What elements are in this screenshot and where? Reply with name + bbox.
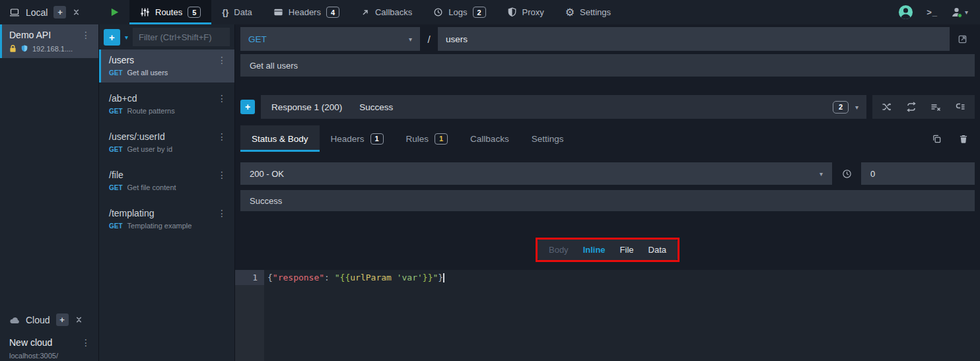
route-menu-icon[interactable]: ⋮ <box>215 170 229 180</box>
route-path-input[interactable] <box>438 27 950 51</box>
gear-icon: ⚙ <box>565 7 575 18</box>
annotation-highlight-box: Body Inline File Data <box>536 238 680 262</box>
collapse-local-section-icon[interactable] <box>72 8 81 16</box>
route-path: /templating <box>109 208 154 218</box>
route-path: /users/:userId <box>109 131 165 142</box>
chevron-down-icon: ▾ <box>409 36 412 43</box>
add-local-environment-button[interactable]: + <box>53 6 66 18</box>
route-menu-icon[interactable]: ⋮ <box>215 55 229 65</box>
proxy-shield-icon <box>20 44 28 53</box>
route-description-input[interactable] <box>240 54 975 77</box>
start-server-button[interactable] <box>99 0 129 24</box>
chevron-down-icon: ▾ <box>965 9 968 16</box>
logs-count-badge: 2 <box>473 7 486 18</box>
chevron-down-icon: ▾ <box>855 104 858 111</box>
tab-callbacks[interactable]: Callbacks <box>350 0 423 24</box>
route-item-users[interactable]: /users ⋮ GET Get all users <box>99 49 234 82</box>
body-type-option-data[interactable]: Data <box>642 242 673 258</box>
add-response-button[interactable]: + <box>240 100 255 114</box>
environment-menu-icon[interactable]: ⋮ <box>79 30 93 40</box>
sequential-response-icon[interactable] <box>906 102 917 112</box>
tab-label: Headers <box>331 134 365 144</box>
route-menu-icon[interactable]: ⋮ <box>215 131 229 142</box>
tab-headers[interactable]: Headers 4 <box>263 0 350 24</box>
local-label: Local <box>26 7 48 18</box>
response-title: Response 1 (200) <box>271 102 342 112</box>
route-method: GET <box>109 146 123 153</box>
tab-label: Logs <box>448 7 467 17</box>
route-path: /ab+cd <box>109 93 137 104</box>
route-method: GET <box>109 69 123 77</box>
delete-response-icon[interactable] <box>959 134 968 144</box>
add-cloud-environment-button[interactable]: + <box>56 313 69 326</box>
code-token: {{ <box>340 273 351 282</box>
cloud-environment-item[interactable]: New cloud ⋮ localhost:3005/ <box>0 332 98 361</box>
add-route-dropdown-caret-icon[interactable]: ▾ <box>123 34 129 41</box>
method-select[interactable]: GET ▾ <box>240 27 420 51</box>
cloud-environment-menu-icon[interactable]: ⋮ <box>79 337 93 348</box>
code-token: " <box>335 273 340 282</box>
sliders-icon <box>140 7 150 17</box>
random-response-icon[interactable] <box>882 102 892 112</box>
code-token: "response" <box>273 273 324 282</box>
collapse-cloud-section-icon[interactable] <box>75 315 83 324</box>
route-item-file[interactable]: /file ⋮ GET Get file content <box>99 164 234 197</box>
tab-proxy[interactable]: Proxy <box>497 0 555 24</box>
environment-item-demo-api[interactable]: Demo API ⋮ 192.168.1.... <box>0 24 98 58</box>
route-item-users-userid[interactable]: /users/:userId ⋮ GET Get user by id <box>99 126 234 159</box>
disable-rules-icon[interactable] <box>930 102 941 112</box>
sidebar-spacer <box>0 58 98 308</box>
route-menu-icon[interactable]: ⋮ <box>215 93 229 104</box>
route-item-abcd[interactable]: /ab+cd ⋮ GET Route patterns <box>99 88 234 121</box>
environment-host: 192.168.1.... <box>32 45 73 53</box>
tab-response-headers[interactable]: Headers 1 <box>320 125 395 152</box>
user-avatar[interactable] <box>898 5 913 20</box>
braces-icon: {} <box>222 7 228 17</box>
headers-count-badge: 4 <box>326 7 339 18</box>
code-token: urlParam <box>350 273 396 282</box>
tab-data[interactable]: {} Data <box>211 0 263 24</box>
editor-code-area[interactable]: {"response": "{{urlParam 'var'}}"} <box>264 270 980 361</box>
tab-label: Proxy <box>522 7 544 17</box>
body-type-option-file[interactable]: File <box>613 242 641 258</box>
tab-response-callbacks[interactable]: Callbacks <box>459 125 520 152</box>
route-menu-icon[interactable]: ⋮ <box>215 208 229 218</box>
tab-settings[interactable]: ⚙ Settings <box>555 0 621 24</box>
tab-logs[interactable]: Logs 2 <box>423 0 496 24</box>
route-method: GET <box>109 184 123 191</box>
fallback-mode-icon[interactable] <box>955 102 965 112</box>
clock-history-icon <box>433 7 443 17</box>
tab-label: Routes <box>155 7 182 17</box>
route-description: Get user by id <box>127 145 172 153</box>
open-route-in-browser-icon[interactable] <box>950 34 975 44</box>
response-label-input[interactable] <box>240 190 975 211</box>
line-number: 1 <box>235 270 264 285</box>
routes-filter-input[interactable] <box>133 28 230 46</box>
latency-input[interactable] <box>861 162 975 185</box>
topbar-right-actions: >_ ▾ <box>898 0 980 24</box>
route-item-templating[interactable]: /templating ⋮ GET Templating example <box>99 203 234 236</box>
add-route-button[interactable]: + <box>104 29 120 46</box>
response-selector-bar[interactable]: Response 1 (200) Success 2 ▾ <box>261 95 866 119</box>
tab-label: Settings <box>532 134 564 144</box>
status-code-select[interactable]: 200 - OK ▾ <box>240 162 832 185</box>
duplicate-response-icon[interactable] <box>932 134 942 144</box>
tab-rules[interactable]: Rules 1 <box>395 125 460 152</box>
body-code-editor[interactable]: 1 {"response": "{{urlParam 'var'}}"} <box>235 270 980 361</box>
card-heading-icon <box>273 7 283 17</box>
account-menu-button[interactable]: ▾ <box>951 7 968 18</box>
response-mode-toolbar <box>872 95 975 119</box>
routes-header: + ▾ <box>99 24 234 49</box>
body-type-option-inline[interactable]: Inline <box>577 242 612 258</box>
tab-status-and-body[interactable]: Status & Body <box>240 125 320 152</box>
cloud-section-header: Cloud + <box>0 308 98 332</box>
route-method: GET <box>109 222 123 230</box>
tab-label: Data <box>234 7 252 17</box>
tab-label: Status & Body <box>252 134 308 144</box>
tab-response-settings[interactable]: Settings <box>520 125 575 152</box>
terminal-icon[interactable]: >_ <box>927 7 938 17</box>
tab-label: Callbacks <box>470 134 509 144</box>
tab-label: Headers <box>289 7 321 17</box>
tab-label: Callbacks <box>375 7 412 17</box>
tab-routes[interactable]: Routes 5 <box>129 0 211 24</box>
